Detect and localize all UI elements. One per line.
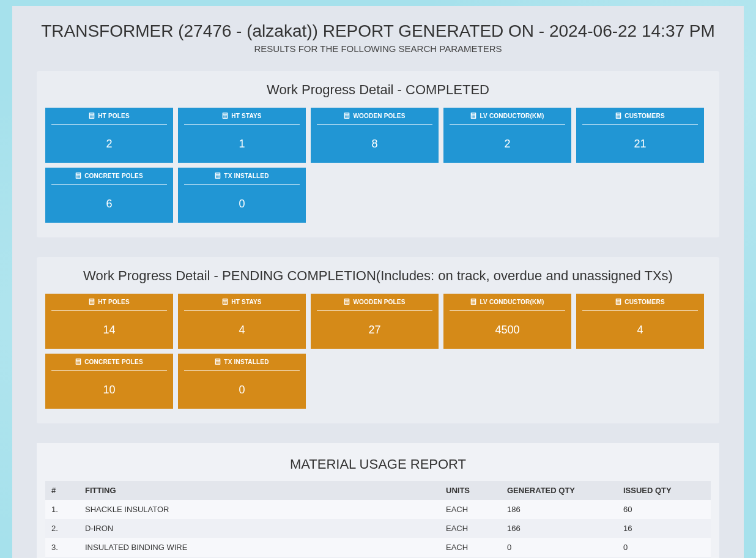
cell-num: 3.: [45, 538, 79, 557]
metric-value: 21: [576, 125, 704, 163]
table-row: 3.INSULATED BINDING WIREEACH00: [45, 538, 711, 557]
page-subtitle: RESULTS FOR THE FOLLOWING SEARCH PARAMET…: [37, 43, 719, 54]
completed-tiles: HT POLES2HT STAYS1WOODEN POLES8LV CONDUC…: [45, 108, 711, 223]
cell-fitting: INSULATED BINDING WIRE: [79, 538, 440, 557]
completed-panel: Work Progress Detail - COMPLETED HT POLE…: [37, 71, 719, 237]
metric-value: 4500: [443, 311, 571, 349]
calculator-icon: [470, 113, 476, 120]
metric-tile: LV CONDUCTOR(KM)2: [443, 108, 571, 163]
cell-iss: 60: [617, 500, 711, 519]
metric-tile-head: LV CONDUCTOR(KM): [450, 108, 565, 125]
cell-fitting: D-IRON: [79, 519, 440, 538]
col-units: UNITS: [440, 481, 501, 500]
cell-gen: 0: [501, 538, 617, 557]
metric-value: 2: [443, 125, 571, 163]
metric-value: 1: [178, 125, 306, 163]
cell-fitting: SHACKLE INSULATOR: [79, 500, 440, 519]
pending-panel: Work Progress Detail - PENDING COMPLETIO…: [37, 257, 719, 423]
calculator-icon: [344, 113, 350, 120]
calculator-icon: [215, 173, 221, 180]
metric-tile-head: HT POLES: [51, 294, 167, 311]
col-num: #: [45, 481, 79, 500]
metric-label: TX INSTALLED: [224, 359, 269, 365]
metric-tile-head: CONCRETE POLES: [51, 168, 167, 185]
metric-tile-head: CUSTOMERS: [582, 294, 698, 311]
calculator-icon: [75, 173, 81, 180]
calculator-icon: [615, 299, 621, 306]
metric-label: WOODEN POLES: [353, 299, 405, 305]
pending-title: Work Progress Detail - PENDING COMPLETIO…: [45, 268, 711, 284]
cell-iss: 0: [617, 538, 711, 557]
metric-tile: TX INSTALLED0: [178, 168, 306, 223]
metric-tile: WOODEN POLES27: [311, 294, 439, 349]
metric-label: HT POLES: [98, 299, 130, 305]
cell-num: 2.: [45, 519, 79, 538]
metric-value: 8: [311, 125, 439, 163]
metric-tile-head: WOODEN POLES: [317, 108, 432, 125]
col-gen: GENERATED QTY: [501, 481, 617, 500]
metric-label: LV CONDUCTOR(KM): [480, 113, 544, 119]
pending-tiles: HT POLES14HT STAYS4WOODEN POLES27LV COND…: [45, 294, 711, 409]
metric-tile-head: TX INSTALLED: [184, 354, 300, 371]
cell-units: EACH: [440, 538, 501, 557]
metric-tile: CUSTOMERS4: [576, 294, 704, 349]
calculator-icon: [75, 359, 81, 366]
metric-tile: CONCRETE POLES10: [45, 354, 173, 409]
metric-label: HT POLES: [98, 113, 130, 119]
table-row: 2.D-IRONEACH16616: [45, 519, 711, 538]
metric-value: 14: [45, 311, 173, 349]
metric-label: CONCRETE POLES: [84, 173, 143, 179]
metric-value: 10: [45, 371, 173, 409]
calculator-icon: [615, 113, 621, 120]
metric-tile-head: TX INSTALLED: [184, 168, 300, 185]
metric-tile-head: WOODEN POLES: [317, 294, 432, 311]
metric-label: HT STAYS: [231, 113, 261, 119]
metric-label: TX INSTALLED: [224, 173, 269, 179]
metric-tile: HT POLES14: [45, 294, 173, 349]
metric-value: 4: [178, 311, 306, 349]
metric-tile-head: CUSTOMERS: [582, 108, 698, 125]
cell-gen: 166: [501, 519, 617, 538]
cell-iss: 16: [617, 519, 711, 538]
col-iss: ISSUED QTY: [617, 481, 711, 500]
calculator-icon: [344, 299, 350, 306]
metric-tile-head: HT STAYS: [184, 108, 300, 125]
calculator-icon: [89, 113, 95, 120]
metric-tile: HT STAYS4: [178, 294, 306, 349]
metric-tile: HT POLES2: [45, 108, 173, 163]
materials-title: MATERIAL USAGE REPORT: [45, 456, 711, 472]
cell-units: EACH: [440, 519, 501, 538]
calculator-icon: [222, 113, 228, 120]
calculator-icon: [215, 359, 221, 366]
metric-value: 0: [178, 371, 306, 409]
cell-gen: 186: [501, 500, 617, 519]
metric-value: 0: [178, 185, 306, 223]
materials-header-row: # FITTING UNITS GENERATED QTY ISSUED QTY: [45, 481, 711, 500]
cell-units: EACH: [440, 500, 501, 519]
metric-label: CONCRETE POLES: [84, 359, 143, 365]
col-fitting: FITTING: [79, 481, 440, 500]
metric-tile-head: HT STAYS: [184, 294, 300, 311]
metric-value: 2: [45, 125, 173, 163]
materials-panel: MATERIAL USAGE REPORT # FITTING UNITS GE…: [37, 443, 719, 558]
metric-tile: WOODEN POLES8: [311, 108, 439, 163]
table-row: 1.SHACKLE INSULATOREACH18660: [45, 500, 711, 519]
completed-title: Work Progress Detail - COMPLETED: [45, 82, 711, 98]
metric-tile: CUSTOMERS21: [576, 108, 704, 163]
page-title: TRANSFORMER (27476 - (alzakat)) REPORT G…: [37, 21, 719, 41]
calculator-icon: [470, 299, 476, 306]
metric-tile-head: CONCRETE POLES: [51, 354, 167, 371]
metric-value: 6: [45, 185, 173, 223]
metric-tile: TX INSTALLED0: [178, 354, 306, 409]
calculator-icon: [89, 299, 95, 306]
metric-value: 4: [576, 311, 704, 349]
metric-label: CUSTOMERS: [624, 299, 665, 305]
metric-value: 27: [311, 311, 439, 349]
metric-tile: LV CONDUCTOR(KM)4500: [443, 294, 571, 349]
metric-label: LV CONDUCTOR(KM): [480, 299, 544, 305]
cell-num: 1.: [45, 500, 79, 519]
metric-tile-head: LV CONDUCTOR(KM): [450, 294, 565, 311]
metric-tile: CONCRETE POLES6: [45, 168, 173, 223]
metric-tile: HT STAYS1: [178, 108, 306, 163]
report-page: TRANSFORMER (27476 - (alzakat)) REPORT G…: [12, 6, 744, 558]
